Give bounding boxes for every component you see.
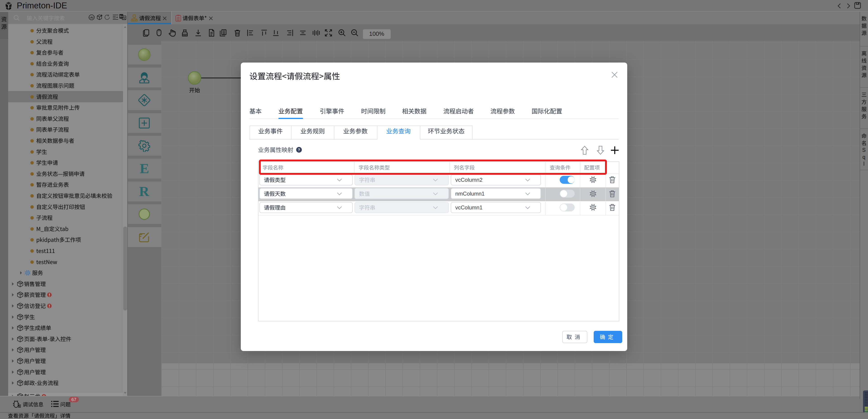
svg-text:En: En: [120, 15, 123, 18]
svg-text:AI: AI: [90, 16, 93, 19]
svg-text:?: ?: [298, 148, 300, 152]
